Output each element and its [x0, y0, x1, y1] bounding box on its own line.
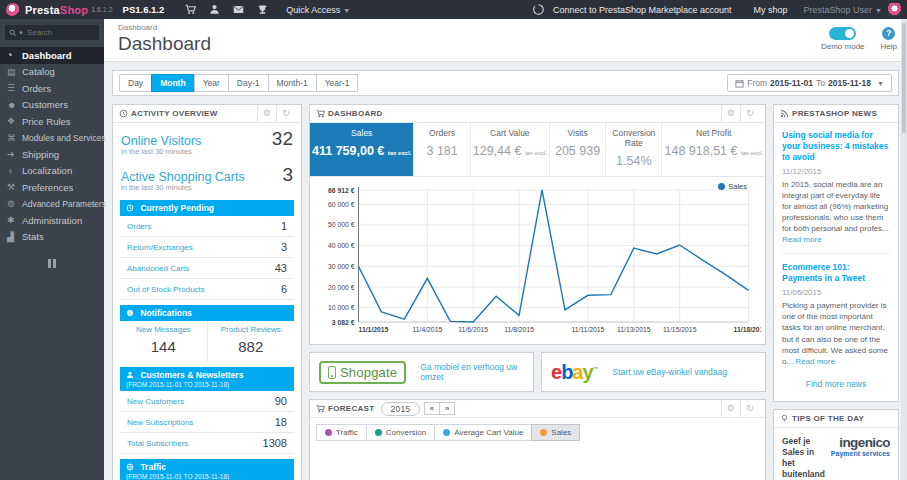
sidebar-item-modules[interactable]: ⌘Modules and Services	[0, 130, 104, 147]
user-menu[interactable]: PrestaShop User▼	[804, 5, 882, 15]
forecast-avg-cart-value-toggle[interactable]: Average Cart Value	[434, 424, 532, 441]
legend-dot-icon	[718, 183, 725, 190]
read-more-link[interactable]: Read more	[782, 235, 822, 244]
article-title-link[interactable]: Using social media for your business: 4 …	[782, 130, 890, 163]
search-input[interactable]	[27, 28, 91, 37]
sidebar-item-advanced-parameters[interactable]: ⚙Advanced Parameters	[0, 196, 104, 213]
customers-person-icon	[126, 371, 134, 379]
sidebar-item-price-rules[interactable]: ❖Price Rules	[0, 113, 104, 130]
prestashop-logo-icon	[6, 3, 20, 17]
preferences-icon: ⚒	[7, 182, 22, 192]
panel-settings-icon[interactable]: ⚙	[721, 400, 740, 417]
new-messages-cell: New Messages144	[120, 321, 208, 362]
svg-text:50 000 €: 50 000 €	[328, 221, 355, 228]
kpi-sales[interactable]: Sales411 759,00 € tax excl.	[310, 123, 413, 176]
brand-shop: Shop	[60, 4, 88, 16]
filter-day-button[interactable]: Day	[119, 74, 152, 92]
kpi-visits[interactable]: Visits205 939	[549, 123, 605, 176]
sales-line-chart[interactable]: 3 082 €10 000 €20 000 €30 000 €40 000 €5…	[312, 180, 761, 340]
ingenico-logo: ingenico Payment services	[826, 436, 890, 459]
calendar-icon	[735, 79, 744, 88]
scrollbar[interactable]	[901, 19, 907, 480]
sidebar: ▼ ◔Dashboard ▤Catalog ☰Orders ☻Customers…	[0, 19, 104, 480]
search-icon	[9, 29, 17, 37]
scrollbar-thumb[interactable]	[902, 23, 906, 133]
quick-access-menu[interactable]: Quick Access▼	[286, 5, 350, 15]
sidebar-item-dashboard[interactable]: ◔Dashboard	[0, 47, 104, 64]
sidebar-item-stats[interactable]: ▟Stats	[0, 229, 104, 246]
forecast-traffic-toggle[interactable]: Traffic	[316, 424, 367, 441]
filter-day-1-button[interactable]: Day-1	[228, 74, 269, 92]
panel-title: FORECAST	[328, 404, 374, 413]
notifications-grid: New Messages144 Product Reviews882	[120, 321, 294, 362]
help-icon[interactable]: ?	[882, 27, 895, 40]
read-more-link[interactable]: Read more	[795, 357, 835, 366]
article-title-link[interactable]: Ecommerce 101: Payments in a Tweet	[782, 262, 890, 284]
dashboard-icon: ◔	[7, 50, 22, 60]
filter-month-button[interactable]: Month	[151, 74, 195, 92]
shop-name[interactable]: PS1.6.1.2	[123, 4, 165, 15]
sidebar-collapse-button[interactable]	[47, 259, 57, 268]
clock-icon	[119, 109, 128, 118]
kpi-conversion-rate[interactable]: Conversion Rate1.54%	[605, 123, 661, 176]
chart-legend[interactable]: Sales	[718, 182, 747, 191]
sidebar-item-preferences[interactable]: ⚒Preferences	[0, 179, 104, 196]
demo-mode-control[interactable]: Demo mode	[821, 27, 865, 51]
demo-mode-toggle[interactable]	[829, 27, 856, 40]
panel-refresh-icon[interactable]: ↻	[276, 105, 295, 122]
filter-year-1-button[interactable]: Year-1	[316, 74, 359, 92]
sidebar-search[interactable]: ▼	[5, 25, 99, 40]
connect-marketplace-link[interactable]: Connect to PrestaShop Marketplace accoun…	[553, 5, 732, 15]
traffic-globe-icon	[126, 463, 134, 471]
search-scope-caret[interactable]: ▼	[18, 30, 24, 36]
sidebar-item-catalog[interactable]: ▤Catalog	[0, 64, 104, 81]
ebay-link[interactable]: Start uw eBay-winkel vandaag	[613, 367, 727, 377]
brand-presta: Presta	[25, 4, 60, 16]
active-carts-link[interactable]: Active Shopping Carts	[121, 170, 245, 184]
shopgate-module: Shopgate Ga mobiel en verhoog uw omzet	[309, 352, 534, 392]
forecast-sales-toggle[interactable]: Sales	[531, 424, 580, 441]
new-subscriptions-row: New Subscriptions18	[120, 412, 294, 433]
kpi-cart-value[interactable]: Cart Value129,44 € tax excl.	[470, 123, 549, 176]
pending-abandoned-carts-row: Abandoned Carts43	[120, 258, 294, 279]
kpi-net-profit[interactable]: Net Profit148 918,51 € tax excl.	[661, 123, 765, 176]
filter-month-1-button[interactable]: Month-1	[268, 74, 317, 92]
svg-text:3 082 €: 3 082 €	[332, 319, 355, 326]
panel-refresh-icon[interactable]: ↻	[740, 400, 759, 417]
cart-icon[interactable]	[178, 4, 202, 15]
user-icon[interactable]	[202, 4, 226, 15]
sidebar-item-shipping[interactable]: ➔Shipping	[0, 146, 104, 163]
forecast-cart-icon	[316, 404, 325, 413]
sidebar-item-localization[interactable]: ♁Localization	[0, 163, 104, 180]
tips-of-the-day-panel: TIPS OF THE DAY ingenico Payment service…	[773, 409, 899, 480]
shopgate-link[interactable]: Ga mobiel en verhoog uw omzet	[420, 362, 524, 382]
my-shop-link[interactable]: My shop	[754, 5, 788, 15]
filter-year-button[interactable]: Year	[194, 74, 229, 92]
traffic-header: Traffic (FROM 2015-11-01 TO 2015-11-18)	[120, 459, 294, 480]
forecast-next-button[interactable]: »	[439, 402, 455, 415]
date-range-picker[interactable]: From2015-11-01 To2015-11-18 ▼	[727, 74, 892, 92]
sidebar-item-orders[interactable]: ☰Orders	[0, 80, 104, 97]
online-visitors-link[interactable]: Online Visitors	[121, 134, 201, 148]
forecast-prev-button[interactable]: «	[424, 402, 440, 415]
mail-icon[interactable]	[226, 4, 250, 15]
sidebar-item-customers[interactable]: ☻Customers	[0, 97, 104, 114]
sales-chart: 3 082 €10 000 €20 000 €30 000 €40 000 €5…	[310, 177, 765, 344]
panel-refresh-icon[interactable]: ↻	[740, 105, 759, 122]
svg-text:30 000 €: 30 000 €	[328, 263, 355, 270]
notifications-info-icon	[126, 309, 134, 317]
trophy-icon[interactable]	[250, 4, 274, 15]
forecast-year-badge: 2015	[381, 402, 419, 416]
sidebar-item-administration[interactable]: ✱Administration	[0, 212, 104, 229]
breadcrumb[interactable]: Dashboard	[118, 23, 893, 32]
forecast-conversion-toggle[interactable]: Conversion	[366, 424, 435, 441]
help-control[interactable]: ? Help	[881, 27, 897, 51]
price-rules-icon: ❖	[7, 116, 22, 126]
activity-overview-panel: ACTIVITY OVERVIEW ⚙↻ Online Visitors32 i…	[112, 104, 302, 480]
shipping-icon: ➔	[7, 149, 22, 159]
panel-settings-icon[interactable]: ⚙	[257, 105, 276, 122]
user-avatar[interactable]	[888, 3, 901, 16]
find-more-news-link[interactable]: Find more news	[782, 367, 890, 399]
panel-settings-icon[interactable]: ⚙	[721, 105, 740, 122]
kpi-orders[interactable]: Orders3 181	[413, 123, 469, 176]
